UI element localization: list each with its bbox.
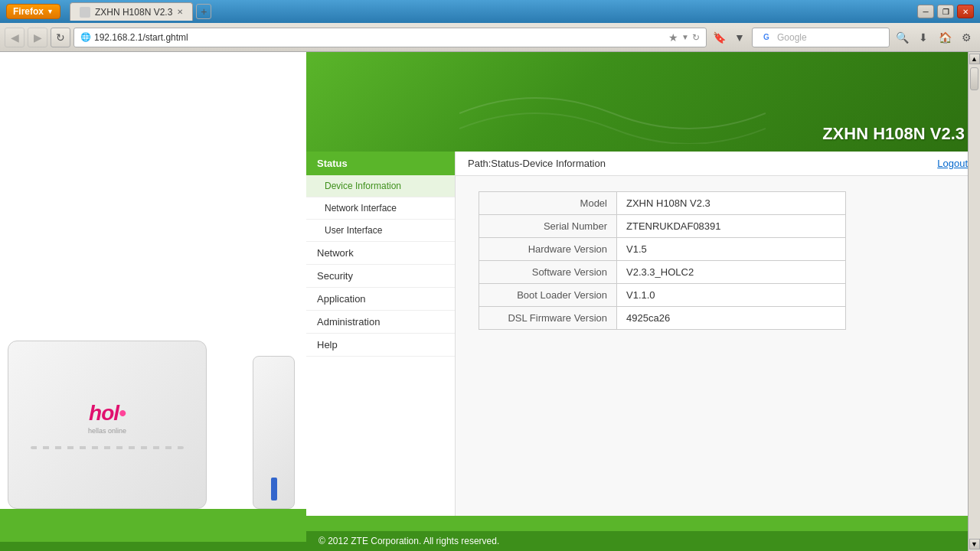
row-value: V2.3.3_HOLC2: [617, 261, 846, 284]
new-tab-button[interactable]: +: [196, 4, 211, 19]
url-security-icon: 🌐: [80, 32, 91, 42]
back-button[interactable]: ◀: [5, 28, 24, 47]
firefox-dropdown-arrow: ▼: [47, 8, 54, 15]
row-value: ZXHN H108N V2.3: [617, 192, 846, 215]
minimize-button[interactable]: ─: [917, 5, 934, 18]
scrollbar-up-button[interactable]: ▲: [969, 54, 980, 64]
google-icon: G: [759, 30, 774, 45]
router-header: ZXHN H108N V2.3: [306, 52, 980, 152]
reload-button[interactable]: ↻: [51, 28, 70, 47]
device-info-table: ModelZXHN H108N V2.3Serial NumberZTENRUK…: [479, 191, 846, 330]
footer-green-bar: [306, 516, 980, 531]
close-button[interactable]: ✕: [957, 5, 974, 18]
firefox-button[interactable]: Firefox ▼: [6, 4, 60, 19]
sidebar-item-network[interactable]: Network: [306, 242, 455, 265]
restore-button[interactable]: ❐: [937, 5, 954, 18]
nav-bar: ◀ ▶ ↻ 🌐 192.168.2.1/start.ghtml ★ ▼ ↻ 🔖 …: [0, 23, 980, 52]
page-content: hol• hellas online: [0, 52, 980, 551]
hol-logo: hol•: [89, 401, 126, 425]
table-row: Hardware VersionV1.5: [479, 238, 846, 261]
sidebar-item-application[interactable]: Application: [306, 288, 455, 311]
forward-button[interactable]: ▶: [28, 28, 47, 47]
footer-area: © 2012 ZTE Corporation. All rights reser…: [306, 516, 980, 551]
scrollbar-right[interactable]: ▲ ▼: [968, 52, 980, 551]
row-label: Model: [479, 192, 617, 215]
url-text: 192.168.2.1/start.ghtml: [94, 32, 665, 43]
footer-copyright-text: 2012 ZTE Corporation. All rights reserve…: [328, 536, 499, 546]
row-label: Software Version: [479, 261, 617, 284]
tab-bar: ZXHN H108N V2.3 ✕ +: [70, 2, 913, 21]
row-value: V1.5: [617, 238, 846, 261]
main-area: ZXHN H108N V2.3 Status Device Informatio…: [306, 52, 980, 551]
sidebar-item-network-interface[interactable]: Network Interface: [306, 197, 455, 220]
tab-close-button[interactable]: ✕: [177, 8, 183, 16]
toolbar-icons: 🔖 ▼: [710, 28, 749, 47]
url-bar[interactable]: 🌐 192.168.2.1/start.ghtml ★ ▼ ↻: [74, 28, 707, 47]
router-vents-1: [31, 446, 184, 449]
sidebar-item-administration[interactable]: Administration: [306, 311, 455, 334]
row-label: DSL Firmware Version: [479, 307, 617, 330]
table-row: DSL Firmware Version4925ca26: [479, 307, 846, 330]
reload-url-icon[interactable]: ↻: [692, 32, 700, 43]
tab-title: ZXHN H108N V2.3: [95, 7, 172, 18]
footer-left-green: [0, 509, 306, 551]
download-icon[interactable]: ⬇: [914, 28, 933, 47]
header-wave-decoration: [459, 75, 766, 144]
toolbar-dropdown-icon[interactable]: ▼: [730, 28, 749, 47]
row-label: Boot Loader Version: [479, 284, 617, 307]
row-label: Serial Number: [479, 215, 617, 238]
sidebar-item-user-interface[interactable]: User Interface: [306, 220, 455, 242]
row-value: V1.1.0: [617, 284, 846, 307]
table-row: Software VersionV2.3.3_HOLC2: [479, 261, 846, 284]
active-tab[interactable]: ZXHN H108N V2.3 ✕: [70, 2, 193, 21]
table-row: ModelZXHN H108N V2.3: [479, 192, 846, 215]
table-row: Boot Loader VersionV1.1.0: [479, 284, 846, 307]
router-title: ZXHN H108N V2.3: [822, 124, 965, 144]
content-area: Status Device Information Network Interf…: [306, 152, 980, 516]
scrollbar-thumb[interactable]: [970, 67, 978, 90]
sidebar: Status Device Information Network Interf…: [306, 152, 456, 516]
row-value: 4925ca26: [617, 307, 846, 330]
logout-button[interactable]: Logout: [937, 158, 968, 169]
device-info-container: ModelZXHN H108N V2.3Serial NumberZTENRUK…: [456, 176, 980, 345]
main-panel: Path:Status-Device Information Logout Mo…: [456, 152, 980, 516]
title-bar: Firefox ▼ ZXHN H108N V2.3 ✕ + ─ ❐ ✕: [0, 0, 980, 23]
tab-favicon: [80, 7, 90, 18]
footer-copyright-left: [0, 542, 306, 551]
sidebar-item-help[interactable]: Help: [306, 334, 455, 357]
footer-bar: © 2012 ZTE Corporation. All rights reser…: [306, 531, 980, 551]
scrollbar-down-button[interactable]: ▼: [969, 539, 980, 549]
footer-copyright: ©: [318, 536, 325, 546]
sidebar-item-device-information[interactable]: Device Information: [306, 175, 455, 197]
settings-icon[interactable]: ⚙: [957, 28, 975, 47]
sidebar-item-security[interactable]: Security: [306, 265, 455, 288]
left-panel: hol• hellas online: [0, 52, 306, 551]
row-value: ZTENRUKDAF08391: [617, 215, 846, 238]
row-label: Hardware Version: [479, 238, 617, 261]
router-image-1: hol• hellas online: [8, 341, 207, 509]
breadcrumb-bar: Path:Status-Device Information Logout: [456, 152, 980, 176]
bookmark-star-icon[interactable]: ★: [668, 31, 678, 44]
router-image-2: [253, 356, 295, 509]
breadcrumb: Path:Status-Device Information: [468, 158, 606, 169]
scrollbar-track: [969, 92, 980, 537]
table-row: Serial NumberZTENRUKDAF08391: [479, 215, 846, 238]
bookmark-icon[interactable]: 🔖: [710, 28, 728, 47]
url-dropdown-icon[interactable]: ▼: [681, 33, 689, 41]
firefox-label: Firefox: [13, 6, 44, 17]
router-usb-port: [271, 478, 277, 500]
search-magnifier-icon[interactable]: 🔍: [893, 28, 911, 47]
hol-tagline: hellas online: [88, 427, 126, 435]
search-bar[interactable]: G Google: [752, 28, 890, 47]
window-controls: ─ ❐ ✕: [917, 5, 974, 18]
home-icon[interactable]: 🏠: [936, 28, 954, 47]
search-placeholder: Google: [777, 32, 807, 43]
sidebar-status-header[interactable]: Status: [306, 152, 455, 175]
